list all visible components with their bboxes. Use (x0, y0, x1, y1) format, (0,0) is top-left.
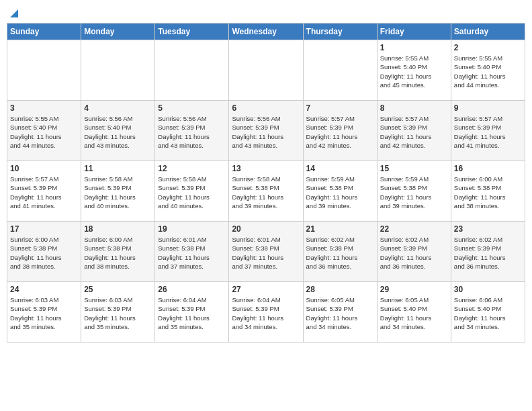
day-number: 13 (232, 164, 300, 173)
calendar-cell: 16Sunrise: 6:00 AM Sunset: 5:38 PM Dayli… (451, 161, 525, 222)
day-number: 18 (84, 224, 152, 234)
day-number: 10 (10, 164, 78, 173)
day-info: Sunrise: 6:04 AM Sunset: 5:39 PM Dayligh… (158, 295, 226, 331)
day-info: Sunrise: 5:56 AM Sunset: 5:39 PM Dayligh… (158, 114, 226, 150)
calendar-cell: 13Sunrise: 5:58 AM Sunset: 5:38 PM Dayli… (229, 161, 303, 222)
calendar-cell: 6Sunrise: 5:56 AM Sunset: 5:39 PM Daylig… (229, 101, 303, 161)
day-info: Sunrise: 5:58 AM Sunset: 5:39 PM Dayligh… (84, 175, 152, 210)
calendar-cell: 4Sunrise: 5:56 AM Sunset: 5:40 PM Daylig… (81, 101, 155, 161)
weekday-header-monday: Monday (81, 24, 155, 40)
day-info: Sunrise: 6:00 AM Sunset: 5:38 PM Dayligh… (454, 175, 522, 210)
calendar-cell (303, 40, 377, 101)
calendar-cell: 26Sunrise: 6:04 AM Sunset: 5:39 PM Dayli… (155, 282, 229, 342)
day-number: 15 (380, 164, 448, 173)
calendar-cell: 11Sunrise: 5:58 AM Sunset: 5:39 PM Dayli… (81, 161, 155, 222)
day-number: 5 (158, 103, 226, 113)
day-info: Sunrise: 5:56 AM Sunset: 5:40 PM Dayligh… (84, 114, 152, 150)
calendar-cell: 22Sunrise: 6:02 AM Sunset: 5:39 PM Dayli… (377, 222, 451, 282)
day-number: 24 (10, 285, 78, 294)
weekday-header-sunday: Sunday (7, 24, 81, 40)
calendar-cell: 29Sunrise: 6:05 AM Sunset: 5:40 PM Dayli… (377, 282, 451, 342)
day-number: 8 (380, 103, 448, 113)
calendar-cell: 1Sunrise: 5:55 AM Sunset: 5:40 PM Daylig… (377, 40, 451, 101)
day-number: 28 (306, 285, 374, 294)
day-info: Sunrise: 6:02 AM Sunset: 5:38 PM Dayligh… (306, 235, 374, 271)
weekday-header-wednesday: Wednesday (229, 24, 303, 40)
day-info: Sunrise: 6:03 AM Sunset: 5:39 PM Dayligh… (84, 295, 152, 331)
calendar-cell: 27Sunrise: 6:04 AM Sunset: 5:39 PM Dayli… (229, 282, 303, 342)
day-info: Sunrise: 5:57 AM Sunset: 5:39 PM Dayligh… (10, 175, 78, 210)
calendar-cell: 8Sunrise: 5:57 AM Sunset: 5:39 PM Daylig… (377, 101, 451, 161)
logo-triangle-icon (7, 8, 18, 19)
day-info: Sunrise: 5:57 AM Sunset: 5:39 PM Dayligh… (380, 114, 448, 150)
calendar-cell: 28Sunrise: 6:05 AM Sunset: 5:39 PM Dayli… (303, 282, 377, 342)
day-info: Sunrise: 6:00 AM Sunset: 5:38 PM Dayligh… (10, 235, 78, 271)
day-info: Sunrise: 6:05 AM Sunset: 5:40 PM Dayligh… (380, 295, 448, 331)
calendar-cell (229, 40, 303, 101)
calendar-week-row: 24Sunrise: 6:03 AM Sunset: 5:39 PM Dayli… (7, 282, 525, 342)
calendar-header-row: SundayMondayTuesdayWednesdayThursdayFrid… (7, 24, 525, 40)
calendar-cell: 20Sunrise: 6:01 AM Sunset: 5:38 PM Dayli… (229, 222, 303, 282)
calendar-cell: 17Sunrise: 6:00 AM Sunset: 5:38 PM Dayli… (7, 222, 81, 282)
calendar-cell: 2Sunrise: 5:55 AM Sunset: 5:40 PM Daylig… (451, 40, 525, 101)
day-info: Sunrise: 6:02 AM Sunset: 5:39 PM Dayligh… (454, 235, 522, 271)
calendar-cell: 24Sunrise: 6:03 AM Sunset: 5:39 PM Dayli… (7, 282, 81, 342)
day-info: Sunrise: 5:55 AM Sunset: 5:40 PM Dayligh… (380, 54, 448, 89)
calendar-cell: 5Sunrise: 5:56 AM Sunset: 5:39 PM Daylig… (155, 101, 229, 161)
weekday-header-saturday: Saturday (451, 24, 525, 40)
calendar-cell: 9Sunrise: 5:57 AM Sunset: 5:39 PM Daylig… (451, 101, 525, 161)
day-number: 1 (380, 43, 448, 52)
day-number: 30 (454, 285, 522, 294)
day-info: Sunrise: 6:01 AM Sunset: 5:38 PM Dayligh… (232, 235, 300, 271)
day-number: 21 (306, 224, 374, 234)
day-number: 17 (10, 224, 78, 234)
day-number: 26 (158, 285, 226, 294)
calendar-cell: 3Sunrise: 5:55 AM Sunset: 5:40 PM Daylig… (7, 101, 81, 161)
day-info: Sunrise: 6:03 AM Sunset: 5:39 PM Dayligh… (10, 295, 78, 331)
calendar-cell: 19Sunrise: 6:01 AM Sunset: 5:38 PM Dayli… (155, 222, 229, 282)
day-info: Sunrise: 5:58 AM Sunset: 5:39 PM Dayligh… (158, 175, 226, 210)
day-info: Sunrise: 5:57 AM Sunset: 5:39 PM Dayligh… (306, 114, 374, 150)
calendar-cell: 10Sunrise: 5:57 AM Sunset: 5:39 PM Dayli… (7, 161, 81, 222)
weekday-header-tuesday: Tuesday (155, 24, 229, 40)
calendar-cell: 25Sunrise: 6:03 AM Sunset: 5:39 PM Dayli… (81, 282, 155, 342)
day-info: Sunrise: 5:59 AM Sunset: 5:38 PM Dayligh… (306, 175, 374, 210)
calendar-cell: 23Sunrise: 6:02 AM Sunset: 5:39 PM Dayli… (451, 222, 525, 282)
day-info: Sunrise: 5:56 AM Sunset: 5:39 PM Dayligh… (232, 114, 300, 150)
weekday-header-friday: Friday (377, 24, 451, 40)
calendar-cell: 15Sunrise: 5:59 AM Sunset: 5:38 PM Dayli… (377, 161, 451, 222)
day-number: 7 (306, 103, 374, 113)
day-info: Sunrise: 6:02 AM Sunset: 5:39 PM Dayligh… (380, 235, 448, 271)
day-number: 14 (306, 164, 374, 173)
day-info: Sunrise: 6:04 AM Sunset: 5:39 PM Dayligh… (232, 295, 300, 331)
weekday-header-thursday: Thursday (303, 24, 377, 40)
calendar-cell (7, 40, 81, 101)
calendar-table: SundayMondayTuesdayWednesdayThursdayFrid… (7, 23, 525, 342)
day-info: Sunrise: 5:59 AM Sunset: 5:38 PM Dayligh… (380, 175, 448, 210)
day-number: 29 (380, 285, 448, 294)
calendar-cell: 14Sunrise: 5:59 AM Sunset: 5:38 PM Dayli… (303, 161, 377, 222)
logo (7, 11, 18, 19)
day-info: Sunrise: 5:58 AM Sunset: 5:38 PM Dayligh… (232, 175, 300, 210)
calendar-week-row: 17Sunrise: 6:00 AM Sunset: 5:38 PM Dayli… (7, 222, 525, 282)
calendar-cell: 30Sunrise: 6:06 AM Sunset: 5:40 PM Dayli… (451, 282, 525, 342)
day-info: Sunrise: 6:05 AM Sunset: 5:39 PM Dayligh… (306, 295, 374, 331)
calendar-cell: 12Sunrise: 5:58 AM Sunset: 5:39 PM Dayli… (155, 161, 229, 222)
day-number: 11 (84, 164, 152, 173)
calendar-cell (81, 40, 155, 101)
day-number: 25 (84, 285, 152, 294)
day-number: 4 (84, 103, 152, 113)
day-info: Sunrise: 5:55 AM Sunset: 5:40 PM Dayligh… (10, 114, 78, 150)
day-info: Sunrise: 6:00 AM Sunset: 5:38 PM Dayligh… (84, 235, 152, 271)
calendar-cell: 7Sunrise: 5:57 AM Sunset: 5:39 PM Daylig… (303, 101, 377, 161)
day-number: 9 (454, 103, 522, 113)
day-info: Sunrise: 5:55 AM Sunset: 5:40 PM Dayligh… (454, 54, 522, 89)
day-number: 16 (454, 164, 522, 173)
day-number: 20 (232, 224, 300, 234)
day-number: 22 (380, 224, 448, 234)
svg-marker-0 (10, 9, 18, 17)
day-number: 6 (232, 103, 300, 113)
calendar-cell (155, 40, 229, 101)
calendar-week-row: 3Sunrise: 5:55 AM Sunset: 5:40 PM Daylig… (7, 101, 525, 161)
day-info: Sunrise: 5:57 AM Sunset: 5:39 PM Dayligh… (454, 114, 522, 150)
